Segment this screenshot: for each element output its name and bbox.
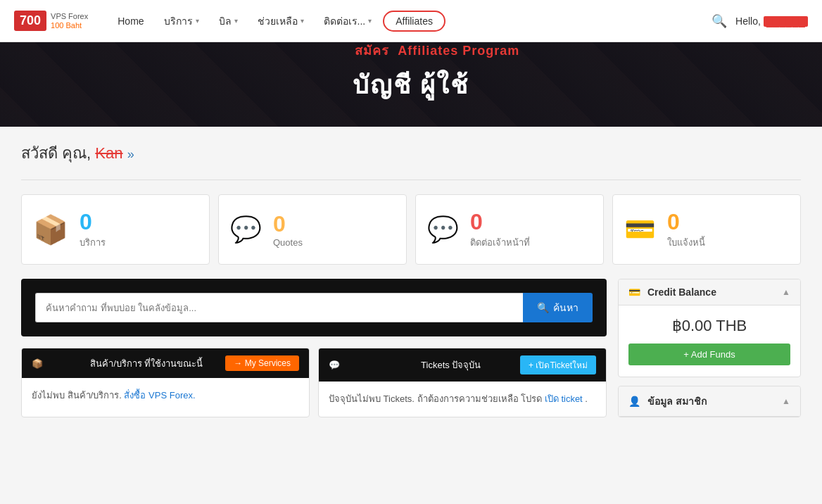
nav-link-contact[interactable]: ติดต่อเร... ▾: [315, 8, 381, 34]
member-info-title: ข้อมูล สมาชิก: [647, 396, 707, 407]
credit-amount: ฿0.00 THB: [628, 317, 790, 335]
credit-balance-header: 💳 Credit Balance ▲: [619, 279, 800, 305]
logo-sub: 100 Baht: [51, 21, 88, 30]
member-info-header: 👤 ข้อมูล สมาชิก ▲: [619, 386, 800, 417]
tickets-card-title: Tickets ปัจจุบัน: [421, 358, 481, 372]
content-right: 💳 Credit Balance ▲ ฿0.00 THB + Add Funds…: [618, 279, 801, 426]
chevron-down-icon: ▾: [301, 17, 304, 25]
stat-label-invoices: ใบแจ้งหนี้: [667, 235, 705, 250]
hero-title: บัญชี ผู้ใช้: [353, 65, 469, 105]
chevron-down-icon: ▾: [368, 17, 372, 25]
nav-item-services[interactable]: บริการ ▾: [156, 8, 208, 34]
services-card: 📦 สินค้า/บริการ ที่ใช้งานขณะนี้ → My Ser…: [21, 348, 310, 417]
divider: [21, 179, 801, 180]
nav-item-contact[interactable]: ติดต่อเร... ▾: [315, 8, 381, 34]
user-icon: 👤: [628, 396, 640, 407]
stat-num-invoices: 0: [667, 209, 680, 234]
open-ticket-link[interactable]: เปิด ticket: [545, 393, 583, 404]
stat-info-invoices: 0 ใบแจ้งหนี้: [667, 209, 705, 250]
stat-label-tickets: ติดต่อเจ้าหน้าที่: [470, 235, 530, 250]
nav-item-help[interactable]: ช่วยเหลือ ▾: [249, 8, 312, 34]
stat-card-services[interactable]: 📦 0 บริการ: [21, 194, 210, 265]
nav-link-services[interactable]: บริการ ▾: [156, 8, 208, 34]
nav-link-affiliates[interactable]: Affiliates: [383, 11, 445, 32]
logo-icon: 700: [14, 11, 46, 31]
search-submit-icon: 🔍: [537, 302, 549, 313]
credit-balance-card: 💳 Credit Balance ▲ ฿0.00 THB + Add Funds: [618, 279, 801, 377]
tickets-card-icon: 💬: [329, 360, 340, 370]
nav-item-billing[interactable]: บิล ▾: [210, 8, 246, 34]
stat-info-quotes: 0 Quotes: [273, 211, 303, 248]
chevron-up-icon: ▲: [782, 287, 790, 297]
nav-item-affiliates[interactable]: Affiliates สมัคร Affiliates Program: [383, 11, 445, 32]
my-services-button[interactable]: → My Services: [225, 355, 299, 371]
search-input[interactable]: [35, 293, 523, 322]
affiliates-promo-text: สมัคร Affiliates Program: [355, 40, 519, 61]
invoices-icon: 💳: [624, 215, 656, 244]
tickets-card-body: ปัจจุบันไม่พบ Tickets. ถ้าต้องการความช่ว…: [319, 382, 606, 417]
username-redacted: ██████: [764, 16, 808, 27]
add-funds-button[interactable]: + Add Funds: [628, 344, 790, 365]
greeting-hello: Hello, ██████: [735, 15, 808, 27]
tickets-card-header: 💬 Tickets ปัจจุบัน + เปิดTicketใหม่: [319, 348, 606, 382]
logo-name: VPS Forex: [51, 12, 88, 21]
stat-num-tickets: 0: [470, 209, 483, 234]
stat-label-services: บริการ: [80, 235, 106, 250]
stat-num-services: 0: [80, 209, 92, 234]
services-card-body: ยังไม่พบ สินค้า/บริการ. สั่งซื้อ VPS For…: [22, 378, 309, 413]
tickets-card: 💬 Tickets ปัจจุบัน + เปิดTicketใหม่ ปัจจ…: [318, 348, 607, 417]
stat-card-tickets[interactable]: 💬 0 ติดต่อเจ้าหน้าที่: [415, 194, 604, 265]
search-inner: 🔍 ค้นหา: [35, 293, 593, 322]
nav-item-home[interactable]: Home: [109, 10, 152, 32]
content-row: 🔍 ค้นหา 📦 สินค้า/บริการ ที่ใช้งานขณะนี้ …: [21, 279, 801, 426]
open-ticket-button[interactable]: + เปิดTicketใหม่: [520, 355, 596, 374]
navbar: 700 VPS Forex 100 Baht Home บริการ ▾ บิล…: [0, 0, 822, 42]
nav-link-help[interactable]: ช่วยเหลือ ▾: [249, 8, 312, 34]
bottom-cards: 📦 สินค้า/บริการ ที่ใช้งานขณะนี้ → My Ser…: [21, 348, 607, 417]
chevron-up-icon-2: ▲: [782, 396, 790, 406]
credit-card-icon: 💳: [628, 286, 640, 298]
credit-balance-body: ฿0.00 THB + Add Funds: [619, 305, 800, 377]
services-icon: 📦: [33, 213, 68, 246]
search-icon-button[interactable]: 🔍: [712, 13, 727, 29]
greeting-arrow: »: [127, 147, 134, 161]
greeting-name: Kan: [95, 144, 122, 162]
main-content: สวัสดี คุณ, Kan » 📦 0 บริการ 💬 0 Quotes …: [10, 127, 812, 440]
search-submit-button[interactable]: 🔍 ค้นหา: [523, 293, 593, 322]
nav-link-billing[interactable]: บิล ▾: [210, 8, 246, 34]
faq-search-box: 🔍 ค้นหา: [21, 279, 607, 336]
stat-info-services: 0 บริการ: [80, 209, 106, 250]
brand-logo[interactable]: 700 VPS Forex 100 Baht: [14, 11, 88, 31]
navbar-right: 🔍 Hello, ██████: [712, 13, 808, 29]
services-card-header: 📦 สินค้า/บริการ ที่ใช้งานขณะนี้ → My Ser…: [22, 348, 309, 378]
services-card-title: สินค้า/บริการ ที่ใช้งานขณะนี้: [90, 356, 203, 371]
chevron-down-icon: ▾: [234, 17, 238, 25]
stat-card-invoices[interactable]: 💳 0 ใบแจ้งหนี้: [612, 194, 801, 265]
greeting-text: สวัสดี คุณ, Kan »: [21, 141, 801, 165]
order-vps-link[interactable]: สั่งซื้อ VPS Forex.: [124, 390, 195, 401]
services-card-icon: 📦: [32, 358, 43, 369]
stats-row: 📦 0 บริการ 💬 0 Quotes 💬 0 ติดต่อเจ้าหน้า…: [21, 194, 801, 265]
nav-link-home[interactable]: Home: [109, 10, 152, 32]
stat-card-quotes[interactable]: 💬 0 Quotes: [218, 194, 407, 265]
content-left: 🔍 ค้นหา 📦 สินค้า/บริการ ที่ใช้งานขณะนี้ …: [21, 279, 607, 426]
quotes-icon: 💬: [230, 215, 262, 244]
credit-balance-title: Credit Balance: [647, 286, 716, 298]
nav-menu: Home บริการ ▾ บิล ▾ ช่วยเหลือ ▾ ติดต่อเร…: [109, 8, 712, 34]
stat-num-quotes: 0: [273, 211, 286, 237]
tickets-icon: 💬: [427, 215, 459, 244]
stat-info-tickets: 0 ติดต่อเจ้าหน้าที่: [470, 209, 530, 250]
chevron-down-icon: ▾: [196, 17, 199, 25]
stat-label-quotes: Quotes: [273, 237, 303, 248]
member-info-card: 👤 ข้อมูล สมาชิก ▲: [618, 386, 801, 417]
